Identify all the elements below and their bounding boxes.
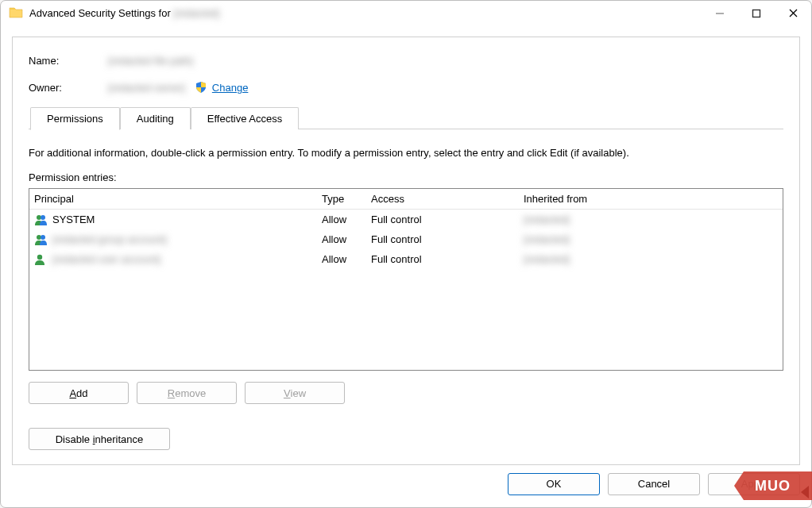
owner-label: Owner:: [29, 82, 108, 94]
disable-inheritance-button[interactable]: Disable inheritance: [29, 428, 170, 450]
minimize-button[interactable]: [702, 1, 738, 25]
access-cell: Full control: [371, 233, 524, 245]
shield-icon: [195, 81, 207, 94]
inherited-cell: [redacted]: [524, 214, 783, 225]
owner-value: [redacted owner]: [108, 82, 185, 94]
col-access[interactable]: Access: [371, 193, 524, 205]
col-inherited[interactable]: Inherited from: [524, 193, 783, 205]
add-button[interactable]: Add: [29, 382, 129, 404]
name-label: Name:: [29, 55, 108, 67]
tab-effective-access[interactable]: Effective Access: [191, 107, 299, 129]
object-header: Name: [redacted file path] Owner: [redac…: [13, 37, 799, 134]
svg-point-8: [37, 255, 42, 260]
folder-icon: [9, 6, 23, 21]
tab-auditing[interactable]: Auditing: [120, 107, 191, 129]
window-title: Advanced Security Settings for [redacted…: [29, 7, 219, 19]
access-cell: Full control: [371, 253, 524, 265]
maximize-button[interactable]: [738, 1, 775, 25]
window-controls: [702, 1, 811, 25]
table-row[interactable]: [redacted group account]AllowFull contro…: [29, 229, 783, 249]
titlebar: Advanced Security Settings for [redacted…: [1, 1, 811, 25]
cancel-button[interactable]: Cancel: [608, 473, 700, 495]
view-button[interactable]: View: [245, 382, 345, 404]
type-cell: Allow: [322, 253, 371, 265]
close-button[interactable]: [775, 1, 811, 25]
type-cell: Allow: [322, 233, 371, 245]
permission-entries-label: Permission entries:: [29, 171, 783, 183]
change-owner-link[interactable]: Change: [212, 82, 249, 94]
principal-cell: [redacted user account]: [52, 253, 160, 265]
svg-point-5: [41, 215, 45, 220]
remove-button[interactable]: Remove: [137, 382, 237, 404]
principal-cell: [redacted group account]: [52, 233, 167, 245]
table-row[interactable]: [redacted user account]AllowFull control…: [29, 249, 783, 269]
dialog-footer: OK Cancel Apply: [1, 468, 811, 507]
content-panel: Name: [redacted file path] Owner: [redac…: [12, 37, 800, 465]
info-text: For additional information, double-click…: [29, 147, 783, 159]
table-row[interactable]: SYSTEMAllowFull control[redacted]: [29, 210, 783, 229]
svg-rect-1: [753, 10, 760, 17]
col-principal[interactable]: Principal: [34, 193, 322, 205]
dialog-window: Advanced Security Settings for [redacted…: [0, 0, 812, 508]
ok-button[interactable]: OK: [508, 473, 600, 495]
apply-button[interactable]: Apply: [708, 473, 800, 495]
svg-point-7: [41, 235, 45, 240]
inherited-cell: [redacted]: [524, 253, 783, 265]
entry-actions: Add Remove View: [29, 382, 783, 404]
permissions-tab-body: For additional information, double-click…: [13, 134, 799, 464]
tab-strip: Permissions Auditing Effective Access: [29, 106, 783, 129]
inherited-cell: [redacted]: [524, 233, 783, 245]
col-type[interactable]: Type: [322, 193, 371, 205]
tab-permissions[interactable]: Permissions: [30, 107, 120, 130]
permission-entries-list[interactable]: Principal Type Access Inherited from SYS…: [29, 188, 783, 371]
name-value: [redacted file path]: [108, 55, 193, 67]
inheritance-actions: Disable inheritance: [29, 428, 783, 450]
access-cell: Full control: [371, 214, 524, 225]
principal-cell: SYSTEM: [52, 214, 95, 225]
list-header: Principal Type Access Inherited from: [29, 189, 783, 210]
type-cell: Allow: [322, 214, 371, 225]
